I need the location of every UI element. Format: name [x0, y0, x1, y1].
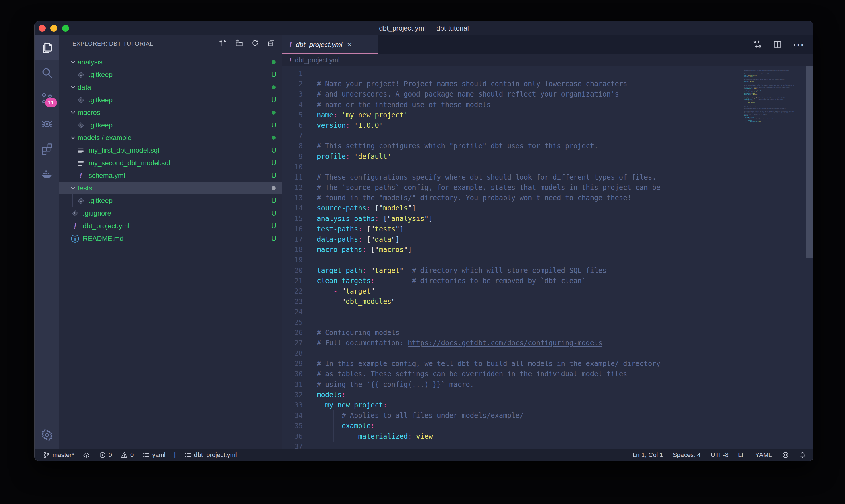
line-number: 20: [283, 266, 303, 276]
code-token: data-paths: [317, 235, 358, 244]
tab-dbt-project-yml[interactable]: ! dbt_project.yml ×: [283, 35, 378, 54]
status-right-spaces-4[interactable]: Spaces: 4: [673, 451, 701, 459]
status-left-yaml[interactable]: yaml: [142, 451, 165, 459]
tree-file-readme-md[interactable]: i README.md U: [59, 232, 283, 245]
activity-item-search[interactable]: [35, 60, 59, 86]
status-label: Spaces: 4: [673, 451, 701, 459]
code-line-23: 23 - "dbt_modules": [283, 296, 660, 307]
code-token: :: [358, 235, 362, 244]
tree-file-my-second-dbt-model-sql[interactable]: my_second_dbt_model.sql U: [59, 157, 283, 169]
close-tab-icon[interactable]: ×: [347, 40, 352, 49]
activity-item-explorer[interactable]: [35, 35, 59, 60]
activity-item-extensions[interactable]: [35, 136, 59, 161]
line-number: 16: [283, 224, 303, 234]
status-left-master-[interactable]: master*: [43, 451, 74, 459]
code-token: :: [408, 432, 412, 440]
collapse-folders-button[interactable]: [267, 39, 275, 48]
open-changes-button[interactable]: [753, 39, 762, 50]
line-number: 25: [283, 317, 303, 328]
tree-folder-tests[interactable]: tests: [59, 182, 283, 195]
activity-item-source-control[interactable]: 11: [35, 86, 59, 111]
indent-guide: [334, 431, 334, 442]
code-token: [317, 412, 342, 419]
code-token: target: [749, 100, 752, 101]
workbench: 11 EXPLORER: DBT-TUTORIAL analysis .gitk…: [35, 35, 813, 449]
vertical-scrollbar[interactable]: [806, 66, 813, 258]
refresh-explorer-button[interactable]: [251, 39, 259, 48]
status-right-ln-1-col-1[interactable]: Ln 1, Col 1: [632, 451, 663, 459]
status-left-publish-cloud[interactable]: [83, 451, 90, 459]
activity-item-settings[interactable]: [35, 422, 59, 448]
git-status-dot: [272, 110, 275, 114]
status-right-notifications-bell[interactable]: [799, 451, 806, 459]
activity-item-debug[interactable]: [35, 111, 59, 136]
status-right-lf[interactable]: LF: [738, 451, 745, 459]
tree-folder-data[interactable]: data: [59, 81, 283, 94]
status-left-dbt-project-yml[interactable]: dbt_project.yml: [184, 451, 237, 459]
code-line-27: 27# Full documentation: https://docs.get…: [283, 338, 660, 348]
code-token: # and underscores. A good package name s…: [317, 90, 619, 98]
tree-file--gitignore[interactable]: .gitignore U: [59, 207, 283, 220]
split-editor-button[interactable]: [773, 39, 782, 50]
tree-folder-macros[interactable]: macros: [59, 106, 283, 119]
code-token: ": [752, 100, 753, 101]
tree-file--gitkeep[interactable]: .gitkeep U: [59, 94, 283, 106]
code-token: # Configuring models: [744, 106, 756, 107]
code-token: :: [362, 246, 366, 254]
code-token: :: [358, 225, 362, 233]
code-token: :: [383, 401, 387, 409]
code-token: "]: [756, 91, 757, 92]
code-line-11: 11# These configurations specify where d…: [283, 172, 660, 182]
git-branch-icon: [43, 451, 50, 459]
code-token: # The `source-paths` config, for example…: [317, 183, 660, 192]
code-token: [317, 422, 342, 430]
tree-file-dbt-project-yml[interactable]: ! dbt_project.yml U: [59, 220, 283, 232]
code-token: [362, 235, 366, 244]
code-token: target-path: [744, 97, 751, 98]
code-token: target: [375, 267, 400, 275]
code-token: test-paths: [317, 225, 358, 233]
line-number: 26: [283, 328, 303, 338]
code-token: name: [317, 111, 334, 119]
minimap[interactable]: # Name your project! Project names shoul…: [742, 69, 806, 200]
code-token: tests: [753, 91, 755, 92]
tree-folder-models-example[interactable]: models / example: [59, 131, 283, 144]
status-right-feedback-smiley[interactable]: [782, 451, 789, 459]
sql-file-icon: [77, 159, 85, 167]
tree-file--gitkeep[interactable]: .gitkeep U: [59, 195, 283, 207]
tree-folder-analysis[interactable]: analysis: [59, 56, 283, 69]
status-right-utf-8[interactable]: UTF-8: [711, 451, 729, 459]
doc-link[interactable]: https://docs.getdbt.com/docs/configuring…: [408, 339, 603, 347]
tree-file--gitkeep[interactable]: .gitkeep U: [59, 69, 283, 81]
code-token: [": [375, 204, 383, 212]
breadcrumb-item-filename[interactable]: dbt_project.yml: [295, 56, 340, 64]
code-token: [744, 118, 748, 120]
code-token: target: [346, 287, 371, 295]
code-token: # using the `{{ config(...) }}` macro.: [317, 381, 474, 389]
status-left-0[interactable]: 0: [121, 451, 134, 459]
tree-item-label: .gitkeep: [89, 96, 271, 104]
yaml-file-icon: !: [289, 56, 292, 64]
open-changes-icon: [753, 39, 762, 49]
tree-file-my-first-dbt-model-sql[interactable]: my_first_dbt_model.sql U: [59, 144, 283, 157]
status-label: 0: [109, 451, 112, 459]
status-left-0[interactable]: 0: [99, 451, 112, 459]
code-token: clean-targets: [317, 277, 371, 285]
line-number: 4: [283, 100, 303, 110]
code-editor[interactable]: 12# Name your project! Project names sho…: [283, 66, 813, 449]
new-file-button[interactable]: [219, 39, 228, 48]
code-token: # In this example config, we tell dbt to…: [317, 360, 660, 368]
activity-item-docker[interactable]: [35, 161, 59, 186]
breadcrumb[interactable]: ! dbt_project.yml: [283, 54, 813, 66]
status-right-yaml[interactable]: YAML: [755, 451, 772, 459]
code-line-28: 28: [283, 348, 660, 359]
code-token: :: [346, 152, 350, 161]
new-file-icon: [219, 39, 228, 47]
new-folder-button[interactable]: [235, 39, 244, 48]
doc-link[interactable]: https://docs.getdbt.com/docs/configuring…: [757, 108, 786, 109]
tree-file-schema-yml[interactable]: ! schema.yml U: [59, 169, 283, 182]
code-token: models: [744, 115, 748, 116]
tree-file--gitkeep[interactable]: .gitkeep U: [59, 119, 283, 131]
chevron-down-icon: [69, 109, 78, 116]
code-line-21: 21clean-targets: # directories to be rem…: [283, 276, 660, 286]
